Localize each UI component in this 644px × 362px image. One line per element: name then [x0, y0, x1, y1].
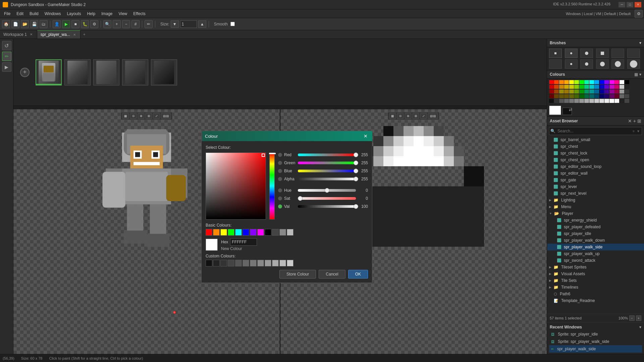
- basic-colour-cell[interactable]: [243, 229, 249, 236]
- colour-cell[interactable]: [569, 89, 574, 94]
- tree-spr-editor-sound[interactable]: spr_editor_sound_loop: [547, 163, 644, 170]
- colour-cell[interactable]: [559, 94, 564, 98]
- colour-cell[interactable]: [589, 94, 594, 98]
- recent-windows-expand[interactable]: ▾: [639, 325, 641, 329]
- brush-cell-8[interactable]: [596, 59, 609, 69]
- colour-cell-grey[interactable]: [594, 99, 599, 103]
- frame-4[interactable]: [122, 59, 148, 85]
- colour-cell[interactable]: [579, 94, 584, 98]
- tree-folder-lighting[interactable]: ▶ 📁 Lighting: [547, 197, 644, 203]
- tree-folder-menu[interactable]: ▶ 📁 Menu: [547, 203, 644, 210]
- basic-colour-cell[interactable]: [213, 229, 220, 236]
- colour-cell[interactable]: [554, 89, 559, 94]
- colour-cell-grey[interactable]: [625, 99, 629, 103]
- colour-cell-grey[interactable]: [584, 99, 589, 103]
- brush-cell-sq-md[interactable]: [596, 49, 609, 58]
- colour-cell[interactable]: [614, 89, 619, 94]
- colour-cell[interactable]: [604, 80, 609, 84]
- custom-colour-cell[interactable]: [220, 260, 227, 266]
- brush-cell-sq-sm[interactable]: [549, 49, 562, 58]
- asset-search-input[interactable]: [549, 127, 642, 135]
- custom-colour-cell[interactable]: [287, 260, 293, 266]
- debug-stop-button[interactable]: ⚙: [90, 20, 98, 28]
- search-zoom-button[interactable]: 🔍: [103, 20, 111, 28]
- colour-cell-grey[interactable]: [609, 99, 614, 103]
- colour-cell[interactable]: [554, 85, 559, 89]
- tab-workspace[interactable]: Workspace 1 ✕: [0, 30, 37, 39]
- menu-image[interactable]: Image: [99, 11, 115, 17]
- colour-cell[interactable]: [604, 85, 609, 89]
- custom-colour-cell[interactable]: [235, 260, 242, 266]
- colour-cell[interactable]: [625, 89, 629, 94]
- tree-spr-player-walk-down[interactable]: spr_player_walk_down: [547, 237, 644, 244]
- colour-cell[interactable]: [584, 89, 589, 94]
- colour-cell[interactable]: [625, 80, 629, 84]
- hex-input[interactable]: [230, 238, 257, 246]
- custom-colour-cell[interactable]: [228, 260, 234, 266]
- recent-spr-player-walk-side[interactable]: 🖼 Sprite: spr_player_walk_side: [549, 338, 642, 345]
- colour-cell[interactable]: [559, 80, 564, 84]
- colour-cell[interactable]: [620, 85, 624, 89]
- manage-button[interactable]: 👤: [53, 20, 61, 28]
- colour-cell[interactable]: [569, 94, 574, 98]
- colour-cell[interactable]: [569, 80, 574, 84]
- colours-header[interactable]: Colours ▦ ▾: [547, 70, 644, 79]
- colour-cell[interactable]: [554, 94, 559, 98]
- colour-cell[interactable]: [594, 89, 599, 94]
- brushes-header[interactable]: Brushes ▾: [547, 39, 644, 47]
- tree-folder-visual[interactable]: ▶ 📁 Visual Assets: [547, 270, 644, 277]
- menu-edit[interactable]: Edit: [14, 11, 26, 17]
- menu-build[interactable]: Build: [27, 11, 41, 17]
- basic-colour-cell[interactable]: [265, 229, 271, 236]
- store-colour-button[interactable]: Store Colour: [279, 270, 316, 279]
- custom-colour-cell[interactable]: [243, 260, 249, 266]
- tree-folder-tilesets[interactable]: ▶ 📁 Tile Sets: [547, 277, 644, 284]
- sidebar-icon-1[interactable]: ↺: [2, 41, 11, 50]
- zoom-reset-btn[interactable]: ⊖: [130, 113, 137, 119]
- colour-cell[interactable]: [620, 94, 624, 98]
- menu-file[interactable]: File: [1, 11, 13, 17]
- tab-workspace-close[interactable]: ✕: [29, 32, 34, 37]
- colour-swap-btn[interactable]: ⇄: [567, 106, 575, 114]
- right-layout-btn[interactable]: ▤▤: [428, 113, 438, 119]
- save-all-button[interactable]: 🗂: [40, 20, 48, 28]
- pencil-tool[interactable]: ✏: [145, 20, 153, 28]
- basic-colour-cell[interactable]: [228, 229, 234, 236]
- custom-colour-cell[interactable]: [257, 260, 264, 266]
- basic-colour-cell[interactable]: [206, 229, 212, 236]
- zoom-out-button[interactable]: −: [122, 20, 130, 28]
- filter-icon[interactable]: ▼: [637, 129, 640, 133]
- colour-cell[interactable]: [625, 85, 629, 89]
- colour-cell[interactable]: [594, 85, 599, 89]
- colour-cell[interactable]: [614, 94, 619, 98]
- colour-cell[interactable]: [599, 85, 604, 89]
- tree-spr-player-walk-up[interactable]: spr_player_walk_up: [547, 250, 644, 257]
- colour-cell-grey[interactable]: [589, 99, 594, 103]
- asset-expand-btn[interactable]: ⊞: [637, 118, 641, 124]
- custom-colour-cell[interactable]: [265, 260, 271, 266]
- colour-cell[interactable]: [574, 94, 579, 98]
- colour-cell[interactable]: [589, 89, 594, 94]
- custom-colour-cell[interactable]: [279, 260, 286, 266]
- tab-sprite-close[interactable]: ✕: [72, 32, 77, 37]
- tree-spr-next-level[interactable]: spr_next_level: [547, 190, 644, 197]
- colour-cell[interactable]: [574, 80, 579, 84]
- colour-cell[interactable]: [574, 85, 579, 89]
- brush-cell-6[interactable]: [565, 59, 578, 69]
- add-frame-btn[interactable]: +: [17, 68, 33, 77]
- brush-cell-dot3[interactable]: [611, 49, 624, 58]
- close-button[interactable]: ✕: [635, 2, 641, 7]
- tree-folder-player[interactable]: ▼ 📂 Player: [547, 210, 644, 217]
- right-zoom-out-btn[interactable]: ⊖: [397, 113, 404, 119]
- colour-cell[interactable]: [559, 85, 564, 89]
- custom-colour-cell[interactable]: [250, 260, 257, 266]
- colour-cell[interactable]: [609, 85, 614, 89]
- frame-5[interactable]: [151, 59, 177, 85]
- colour-cell[interactable]: [609, 89, 614, 94]
- colour-cell[interactable]: [594, 94, 599, 98]
- tree-spr-chest-lock[interactable]: spr_chest_lock: [547, 150, 644, 157]
- asset-close-btn[interactable]: ✕: [628, 118, 632, 124]
- colour-cell[interactable]: [549, 89, 554, 94]
- colour-cell[interactable]: [564, 89, 569, 94]
- colour-cell-grey[interactable]: [620, 99, 624, 103]
